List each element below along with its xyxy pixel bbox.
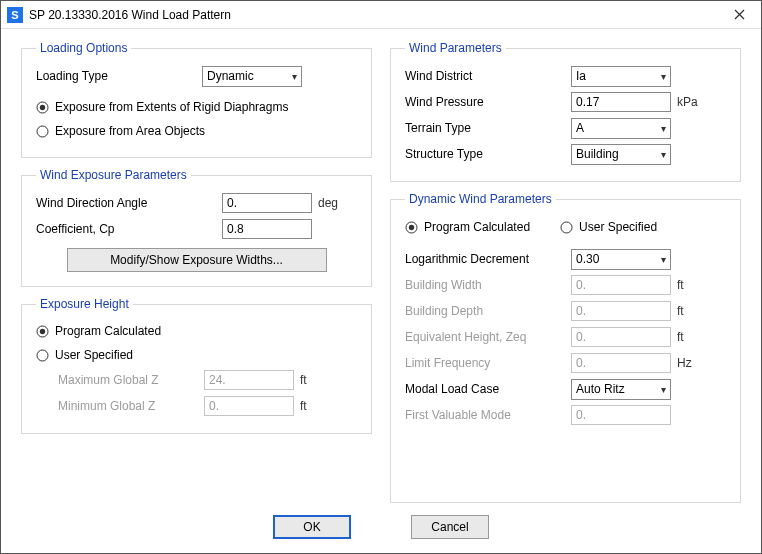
select-modal-load-case-value: Auto Ritz — [576, 382, 625, 396]
select-loading-type[interactable]: Dynamic ▾ — [202, 66, 302, 87]
select-terrain-type-value: A — [576, 121, 584, 135]
input-max-global-z — [204, 370, 294, 390]
chevron-down-icon: ▾ — [661, 254, 666, 265]
chevron-down-icon: ▾ — [661, 149, 666, 160]
input-first-mode — [571, 405, 671, 425]
svg-point-10 — [561, 222, 572, 233]
unit-building-depth: ft — [677, 304, 707, 318]
radio-dyn-program-calc-label: Program Calculated — [424, 220, 530, 234]
unit-wind-angle: deg — [318, 196, 348, 210]
close-button[interactable] — [719, 1, 759, 28]
label-log-decrement: Logarithmic Decrement — [405, 252, 565, 266]
input-limit-frequency — [571, 353, 671, 373]
radio-exposure-extents-label: Exposure from Extents of Rigid Diaphragm… — [55, 100, 288, 114]
label-building-width: Building Width — [405, 278, 565, 292]
group-exposure-height: Exposure Height Program Calculated User … — [21, 297, 372, 434]
unit-wind-pressure: kPa — [677, 95, 707, 109]
label-limit-frequency: Limit Frequency — [405, 356, 565, 370]
legend-wind-parameters: Wind Parameters — [405, 41, 506, 55]
radio-exposure-extents[interactable]: Exposure from Extents of Rigid Diaphragm… — [36, 95, 357, 119]
svg-point-7 — [37, 350, 48, 361]
button-modify-exposure-widths[interactable]: Modify/Show Exposure Widths... — [67, 248, 327, 272]
dialog-buttons: OK Cancel — [21, 503, 741, 545]
legend-wind-exposure: Wind Exposure Parameters — [36, 168, 191, 182]
select-loading-type-value: Dynamic — [207, 69, 254, 83]
group-dynamic-wind: Dynamic Wind Parameters Program Calculat… — [390, 192, 741, 503]
label-wind-angle: Wind Direction Angle — [36, 196, 216, 210]
label-equiv-height: Equivalent Height, Zeq — [405, 330, 565, 344]
svg-point-3 — [40, 104, 45, 109]
label-coefficient-cp: Coefficient, Cp — [36, 222, 216, 236]
cancel-button[interactable]: Cancel — [411, 515, 489, 539]
input-building-depth — [571, 301, 671, 321]
chevron-down-icon: ▾ — [292, 71, 297, 82]
group-loading-options: Loading Options Loading Type Dynamic ▾ E… — [21, 41, 372, 158]
radio-dyn-user-specified-label: User Specified — [579, 220, 657, 234]
unit-min-global-z: ft — [300, 399, 330, 413]
legend-dynamic-wind: Dynamic Wind Parameters — [405, 192, 556, 206]
svg-point-4 — [37, 126, 48, 137]
label-loading-type: Loading Type — [36, 69, 196, 83]
radio-dyn-program-calc[interactable]: Program Calculated — [405, 215, 530, 239]
chevron-down-icon: ▾ — [661, 71, 666, 82]
unit-equiv-height: ft — [677, 330, 707, 344]
dialog-content: Loading Options Loading Type Dynamic ▾ E… — [1, 29, 761, 553]
select-log-decrement-value: 0.30 — [576, 252, 599, 266]
radio-height-program-calc-label: Program Calculated — [55, 324, 161, 338]
input-coefficient-cp[interactable] — [222, 219, 312, 239]
svg-point-9 — [409, 224, 414, 229]
select-log-decrement[interactable]: 0.30 ▾ — [571, 249, 671, 270]
radio-dyn-user-specified[interactable]: User Specified — [560, 215, 657, 239]
titlebar: S SP 20.13330.2016 Wind Load Pattern — [1, 1, 761, 29]
button-modify-exposure-widths-label: Modify/Show Exposure Widths... — [110, 253, 283, 267]
cancel-button-label: Cancel — [431, 520, 468, 534]
radio-selected-icon — [36, 101, 49, 114]
dialog-window: S SP 20.13330.2016 Wind Load Pattern Loa… — [0, 0, 762, 554]
radio-exposure-area[interactable]: Exposure from Area Objects — [36, 119, 357, 143]
label-max-global-z: Maximum Global Z — [58, 373, 198, 387]
label-modal-load-case: Modal Load Case — [405, 382, 565, 396]
label-terrain-type: Terrain Type — [405, 121, 565, 135]
input-wind-pressure[interactable] — [571, 92, 671, 112]
select-wind-district-value: Ia — [576, 69, 586, 83]
radio-selected-icon — [405, 221, 418, 234]
radio-unselected-icon — [36, 125, 49, 138]
ok-button-label: OK — [303, 520, 320, 534]
legend-exposure-height: Exposure Height — [36, 297, 133, 311]
chevron-down-icon: ▾ — [661, 384, 666, 395]
radio-height-program-calc[interactable]: Program Calculated — [36, 319, 357, 343]
label-structure-type: Structure Type — [405, 147, 565, 161]
radio-selected-icon — [36, 325, 49, 338]
app-icon: S — [7, 7, 23, 23]
ok-button[interactable]: OK — [273, 515, 351, 539]
close-icon — [734, 9, 745, 20]
label-building-depth: Building Depth — [405, 304, 565, 318]
input-wind-angle[interactable] — [222, 193, 312, 213]
label-min-global-z: Minimum Global Z — [58, 399, 198, 413]
radio-exposure-area-label: Exposure from Area Objects — [55, 124, 205, 138]
select-wind-district[interactable]: Ia ▾ — [571, 66, 671, 87]
unit-limit-frequency: Hz — [677, 356, 707, 370]
radio-height-user-specified[interactable]: User Specified — [36, 343, 357, 367]
radio-unselected-icon — [560, 221, 573, 234]
svg-point-6 — [40, 328, 45, 333]
group-wind-exposure: Wind Exposure Parameters Wind Direction … — [21, 168, 372, 287]
select-modal-load-case[interactable]: Auto Ritz ▾ — [571, 379, 671, 400]
legend-loading-options: Loading Options — [36, 41, 131, 55]
unit-max-global-z: ft — [300, 373, 330, 387]
group-wind-parameters: Wind Parameters Wind District Ia ▾ Wind … — [390, 41, 741, 182]
chevron-down-icon: ▾ — [661, 123, 666, 134]
select-terrain-type[interactable]: A ▾ — [571, 118, 671, 139]
input-building-width — [571, 275, 671, 295]
select-structure-type[interactable]: Building ▾ — [571, 144, 671, 165]
select-structure-type-value: Building — [576, 147, 619, 161]
label-wind-pressure: Wind Pressure — [405, 95, 565, 109]
label-first-mode: First Valuable Mode — [405, 408, 565, 422]
label-wind-district: Wind District — [405, 69, 565, 83]
radio-height-user-specified-label: User Specified — [55, 348, 133, 362]
radio-unselected-icon — [36, 349, 49, 362]
window-title: SP 20.13330.2016 Wind Load Pattern — [29, 8, 719, 22]
input-equiv-height — [571, 327, 671, 347]
input-min-global-z — [204, 396, 294, 416]
unit-building-width: ft — [677, 278, 707, 292]
